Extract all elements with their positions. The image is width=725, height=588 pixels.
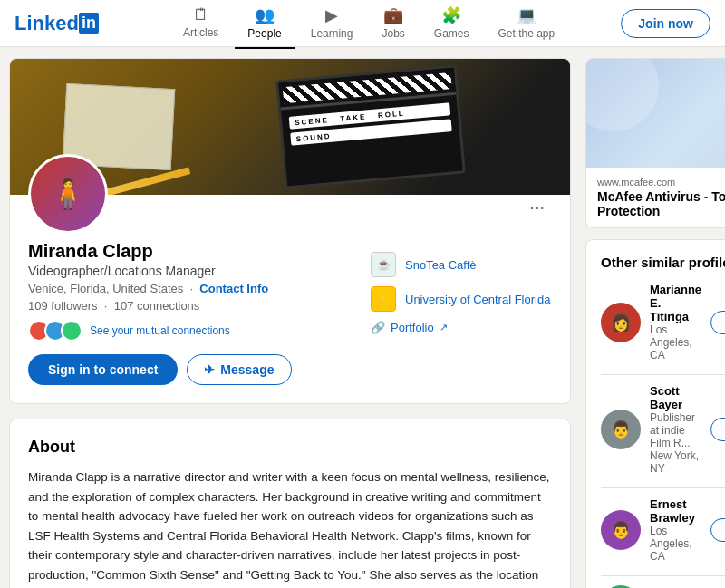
- more-options-button[interactable]: ···: [522, 195, 552, 219]
- sign-in-connect-button[interactable]: Sign in to connect: [28, 354, 178, 385]
- message-icon: ✈: [204, 362, 215, 377]
- similar-name-1[interactable]: Marianne E. Titiriga: [650, 283, 701, 323]
- jobs-label: Jobs: [382, 27, 404, 40]
- ad-info: www.mcafee.com McAfee Antivirus - Total …: [586, 168, 725, 227]
- get-app-icon: 💻: [517, 5, 536, 25]
- link-icon: 🔗: [371, 321, 385, 334]
- profile-avatar: 🧍: [28, 154, 108, 234]
- similar-info-1: Marianne E. Titiriga Los Angeles, CA: [650, 283, 701, 361]
- left-column: SCENE TAKE ROLL SOUND 🧍 ···: [9, 58, 571, 588]
- about-text: Miranda Clapp is a narrative director an…: [28, 468, 552, 588]
- similar-info-3: Ernest Brawley Los Angeles, CA: [650, 497, 701, 563]
- nav-get-app[interactable]: 💻 Get the app: [486, 0, 568, 49]
- mutual-connections: See your mutual connections: [28, 320, 353, 342]
- similar-name-2[interactable]: Scott Bayer: [650, 384, 701, 411]
- logo-text: Linked: [14, 12, 79, 35]
- similar-name-3[interactable]: Ernest Brawley: [650, 497, 701, 525]
- similar-person-2: 👨 Scott Bayer Publisher at indie Film R.…: [601, 384, 725, 475]
- right-sidebar: 👩 www.mcafee.com McAfee Antivirus - Tota…: [585, 58, 725, 588]
- ad-url: www.mcafee.com: [597, 177, 725, 188]
- profile-info: 🧍 ··· Miranda Clapp Videographer/Locatio…: [10, 195, 570, 403]
- games-icon: 🧩: [441, 5, 461, 25]
- ad-card: 👩 www.mcafee.com McAfee Antivirus - Tota…: [585, 58, 725, 228]
- similar-avatar-1: 👩: [601, 303, 641, 342]
- affiliation-ucf: ⚡ University of Central Florida: [371, 286, 552, 312]
- nav-games[interactable]: 🧩 Games: [421, 0, 482, 49]
- avatar-wrap: 🧍: [28, 154, 108, 234]
- nav-learning[interactable]: ▶ Learning: [298, 0, 366, 49]
- profile-left: Miranda Clapp Videographer/Locations Man…: [28, 241, 353, 385]
- similar-avatar-3: 👨: [601, 510, 641, 550]
- profile-card: SCENE TAKE ROLL SOUND 🧍 ···: [9, 58, 571, 404]
- portfolio-label: Portfolio: [391, 321, 434, 334]
- ucf-link[interactable]: University of Central Florida: [405, 293, 550, 306]
- similar-info-2: Scott Bayer Publisher at indie Film R...…: [650, 384, 701, 475]
- about-title: About: [28, 438, 552, 457]
- profile-name: Miranda Clapp: [28, 241, 353, 262]
- join-button[interactable]: Join now: [621, 9, 710, 38]
- avatar-person-icon: 🧍: [50, 177, 86, 211]
- learning-label: Learning: [311, 27, 353, 40]
- profile-info-inner: Miranda Clapp Videographer/Locations Man…: [28, 241, 552, 385]
- portfolio-link[interactable]: 🔗 Portfolio ↗: [371, 321, 552, 334]
- divider-2: [601, 487, 725, 488]
- followers-count: 109 followers: [28, 299, 98, 313]
- affiliation-snotea: ☕ SnoTea Caffè: [371, 252, 552, 277]
- affiliations-col: ☕ SnoTea Caffè ⚡ University of Central F…: [371, 252, 552, 334]
- linkedin-logo[interactable]: Linkedin: [14, 12, 99, 35]
- message-label: Message: [220, 362, 274, 377]
- nav-articles[interactable]: 🗒 Articles: [170, 0, 231, 49]
- similar-profiles-card: Other similar profiles 👩 Marianne E. Tit…: [585, 239, 725, 588]
- ucf-logo: ⚡: [371, 286, 396, 312]
- nav-jobs[interactable]: 💼 Jobs: [369, 0, 417, 49]
- divider-3: [601, 575, 725, 576]
- snotea-logo: ☕: [371, 252, 396, 277]
- similar-desc-2: Publisher at indie Film R...: [650, 411, 701, 449]
- location-text: Venice, Florida, United States: [28, 282, 183, 295]
- snotea-link[interactable]: SnoTea Caffè: [405, 258, 477, 272]
- similar-location-1: Los Angeles, CA: [650, 323, 701, 361]
- similar-person-3: 👨 Ernest Brawley Los Angeles, CA 👤+ Conn…: [601, 497, 725, 563]
- games-label: Games: [434, 27, 469, 40]
- mini-avatar-3: [61, 320, 82, 342]
- main-wrapper: SCENE TAKE ROLL SOUND 🧍 ···: [0, 58, 725, 588]
- about-card: About Miranda Clapp is a narrative direc…: [9, 419, 571, 588]
- nav-items: 🗒 Articles 👥 People ▶ Learning 💼 Jobs 🧩 …: [117, 0, 621, 49]
- profile-right: ☕ SnoTea Caffè ⚡ University of Central F…: [371, 241, 552, 385]
- articles-icon: 🗒: [193, 5, 209, 24]
- profile-stats: 109 followers · 107 connections: [28, 299, 353, 313]
- similar-profiles-title: Other similar profiles: [601, 255, 725, 270]
- connect-button-3[interactable]: 👤+ Connect: [710, 518, 725, 542]
- jobs-icon: 💼: [383, 5, 403, 25]
- similar-person-1: 👩 Marianne E. Titiriga Los Angeles, CA 👤…: [601, 283, 725, 361]
- ad-decoration: [586, 59, 659, 131]
- mutual-avatar-group: [28, 320, 82, 342]
- similar-avatar-2: 👨: [601, 410, 641, 449]
- similar-location-2: New York, NY: [650, 449, 701, 475]
- profile-title: Videographer/Locations Manager: [28, 264, 353, 278]
- articles-label: Articles: [183, 26, 218, 39]
- clapperboard-decoration: SCENE TAKE ROLL SOUND: [276, 65, 466, 189]
- ad-image: 👩: [586, 59, 725, 168]
- message-button[interactable]: ✈ Message: [187, 354, 291, 385]
- profile-actions: Sign in to connect ✈ Message: [28, 354, 353, 385]
- ad-title[interactable]: McAfee Antivirus - Total Antivirus Prote…: [597, 189, 725, 218]
- pencil-decoration: [102, 167, 191, 195]
- learning-icon: ▶: [325, 5, 338, 25]
- mutual-connections-link[interactable]: See your mutual connections: [90, 324, 230, 337]
- get-app-label: Get the app: [498, 27, 556, 40]
- contact-info-link[interactable]: Contact Info: [199, 282, 268, 295]
- people-icon: 👥: [255, 5, 275, 25]
- similar-location-3: Los Angeles, CA: [650, 525, 701, 563]
- nav-people[interactable]: 👥 People: [235, 0, 294, 49]
- external-link-icon: ↗: [440, 322, 448, 333]
- profile-location: Venice, Florida, United States · Contact…: [28, 282, 353, 295]
- connections-count: 107 connections: [114, 299, 200, 313]
- top-navigation: Linkedin 🗒 Articles 👥 People ▶ Learning …: [0, 0, 725, 47]
- divider-1: [601, 374, 725, 375]
- connect-button-2[interactable]: 👤+ Connect: [710, 418, 725, 441]
- logo-in: in: [79, 13, 99, 34]
- people-label: People: [247, 27, 281, 40]
- connect-button-1[interactable]: 👤+ Connect: [710, 311, 725, 334]
